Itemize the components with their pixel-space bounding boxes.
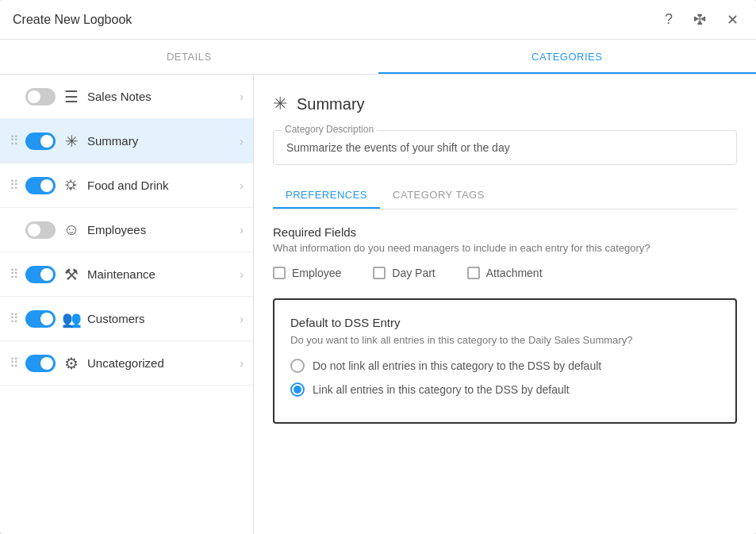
category-item-food-drink[interactable]: ⛭ Food and Drink › bbox=[0, 163, 253, 208]
modal-title: Create New Logbook bbox=[13, 13, 132, 27]
checkbox-day-part[interactable]: Day Part bbox=[373, 267, 435, 279]
category-name-uncategorized: Uncategorized bbox=[87, 356, 240, 370]
left-panel: ☰ Sales Notes › ✳ Summary › bbox=[0, 75, 254, 534]
summary-icon: ✳ bbox=[62, 132, 81, 151]
drag-handle-uncategorized[interactable] bbox=[6, 352, 22, 374]
radio-link-label: Link all entries in this category to the… bbox=[313, 383, 570, 396]
tab-categories[interactable]: CATEGORIES bbox=[378, 40, 757, 74]
required-fields-desc: What information do you need managers to… bbox=[273, 242, 737, 254]
required-fields-title: Required Fields bbox=[273, 225, 737, 239]
checkbox-attachment-box[interactable] bbox=[467, 267, 480, 279]
category-name-sales-notes: Sales Notes bbox=[87, 90, 240, 103]
food-drink-icon: ⛭ bbox=[62, 176, 81, 194]
chevron-icon: › bbox=[240, 179, 244, 192]
checkbox-employee-box[interactable] bbox=[273, 267, 286, 279]
description-label: Category Description bbox=[282, 124, 377, 135]
category-header: ✳ Summary bbox=[273, 94, 737, 114]
required-fields-section: Required Fields What information do you … bbox=[273, 225, 737, 279]
description-box: Category Description Summarize the event… bbox=[273, 130, 737, 165]
toggle-food-drink[interactable] bbox=[25, 177, 56, 194]
drag-handle-summary[interactable] bbox=[6, 130, 22, 152]
maintenance-icon: ⚒ bbox=[62, 265, 81, 284]
drag-handle-maintenance[interactable] bbox=[6, 263, 22, 285]
description-text: Summarize the events of your shift or th… bbox=[286, 141, 510, 154]
chevron-icon: › bbox=[240, 224, 244, 236]
category-detail-title: Summary bbox=[297, 95, 365, 113]
radio-link[interactable]: Link all entries in this category to the… bbox=[290, 382, 720, 397]
toggle-maintenance[interactable] bbox=[25, 266, 56, 283]
category-name-food-drink: Food and Drink bbox=[87, 179, 240, 192]
category-name-maintenance: Maintenance bbox=[87, 267, 240, 281]
dss-entry-box: Default to DSS Entry Do you want to link… bbox=[273, 298, 737, 424]
category-name-summary: Summary bbox=[87, 134, 240, 148]
category-item-customers[interactable]: 👥 Customers › bbox=[0, 297, 253, 341]
checkboxes-row: Employee Day Part Attachment bbox=[273, 267, 737, 279]
right-panel: ✳ Summary Category Description Summarize… bbox=[254, 75, 756, 534]
sub-tabs: PREFERENCES CATEGORY TAGS bbox=[273, 181, 737, 209]
drag-handle-food-drink[interactable] bbox=[6, 175, 22, 196]
category-name-customers: Customers bbox=[87, 312, 240, 325]
chevron-icon: › bbox=[240, 357, 244, 370]
title-bar: Create New Logbook ? ⧾ ✕ bbox=[0, 0, 756, 40]
toggle-summary[interactable] bbox=[25, 133, 56, 150]
drag-handle-customers[interactable] bbox=[6, 308, 22, 329]
tab-details[interactable]: DETAILS bbox=[0, 40, 378, 74]
checkbox-employee[interactable]: Employee bbox=[273, 267, 341, 279]
expand-icon[interactable]: ⧾ bbox=[689, 9, 712, 31]
uncategorized-icon: ⚙ bbox=[62, 354, 81, 373]
chevron-icon: › bbox=[240, 135, 244, 148]
chevron-icon: › bbox=[240, 90, 244, 103]
help-icon[interactable]: ? bbox=[658, 9, 680, 31]
category-detail-icon: ✳ bbox=[273, 94, 287, 114]
category-name-employees: Employees bbox=[87, 223, 240, 236]
toggle-sales-notes[interactable] bbox=[25, 88, 56, 106]
category-item-sales-notes[interactable]: ☰ Sales Notes › bbox=[0, 75, 253, 119]
toggle-customers[interactable] bbox=[25, 310, 56, 328]
category-item-maintenance[interactable]: ⚒ Maintenance › bbox=[0, 252, 253, 297]
toggle-uncategorized[interactable] bbox=[25, 355, 56, 372]
sales-notes-icon: ☰ bbox=[62, 87, 81, 106]
employees-icon: ☺ bbox=[62, 221, 81, 239]
checkbox-employee-label: Employee bbox=[292, 267, 341, 279]
chevron-icon: › bbox=[240, 268, 244, 281]
category-item-uncategorized[interactable]: ⚙ Uncategorized › bbox=[0, 341, 253, 386]
checkbox-day-part-label: Day Part bbox=[392, 267, 435, 279]
chevron-icon: › bbox=[240, 313, 244, 325]
dss-desc: Do you want to link all entries in this … bbox=[290, 334, 720, 346]
radio-no-link-label: Do not link all entries in this category… bbox=[313, 359, 601, 372]
customers-icon: 👥 bbox=[62, 309, 81, 328]
dss-title: Default to DSS Entry bbox=[290, 316, 720, 329]
main-content: ☰ Sales Notes › ✳ Summary › bbox=[0, 75, 756, 534]
modal-create-logbook: Create New Logbook ? ⧾ ✕ DETAILS CATEGOR… bbox=[0, 0, 756, 534]
checkbox-attachment[interactable]: Attachment bbox=[467, 267, 543, 279]
checkbox-day-part-box[interactable] bbox=[373, 267, 386, 279]
radio-no-link[interactable]: Do not link all entries in this category… bbox=[290, 359, 720, 373]
category-item-summary[interactable]: ✳ Summary › bbox=[0, 119, 253, 163]
title-bar-actions: ? ⧾ ✕ bbox=[658, 9, 743, 31]
toggle-employees[interactable] bbox=[25, 221, 56, 239]
radio-link-inner bbox=[294, 386, 301, 394]
category-item-employees[interactable]: ☺ Employees › bbox=[0, 208, 253, 252]
radio-no-link-outer[interactable] bbox=[290, 359, 305, 373]
radio-link-outer[interactable] bbox=[290, 382, 305, 397]
main-tabs: DETAILS CATEGORIES bbox=[0, 40, 756, 75]
sub-tab-preferences[interactable]: PREFERENCES bbox=[273, 181, 380, 209]
close-icon[interactable]: ✕ bbox=[721, 9, 743, 31]
sub-tab-category-tags[interactable]: CATEGORY TAGS bbox=[380, 181, 497, 209]
checkbox-attachment-label: Attachment bbox=[486, 267, 543, 279]
